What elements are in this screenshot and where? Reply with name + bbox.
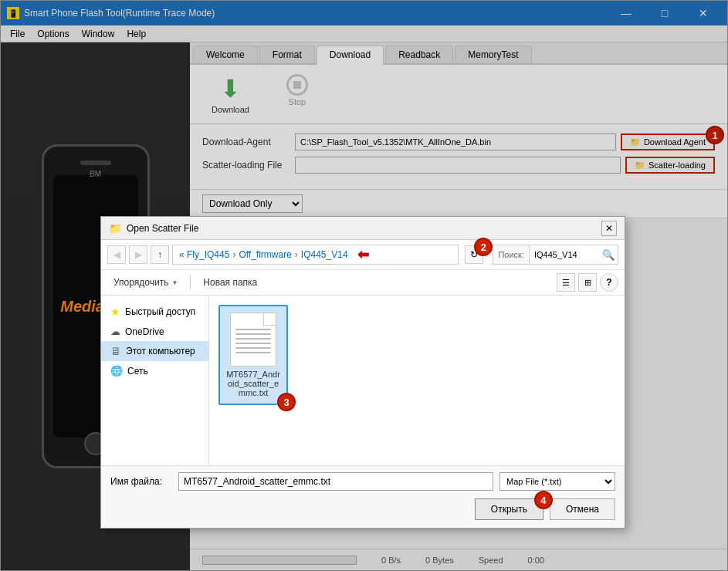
footer-buttons: Открыть 4 Отмена <box>110 495 615 522</box>
view-details-button[interactable]: ☰ <box>557 273 575 292</box>
filetype-select[interactable]: Map File (*.txt) <box>499 472 615 491</box>
search-box: Поиск: 🔍 <box>493 245 618 265</box>
quick-access-label: Быстрый доступ <box>125 306 195 317</box>
dialog-sidebar: ★ Быстрый доступ ☁ OneDrive 🖥 Этот компь… <box>101 296 209 465</box>
dialog-title-icon: 📁 <box>109 222 122 235</box>
open-button[interactable]: Открыть <box>475 498 543 520</box>
file-line-2 <box>235 333 271 335</box>
breadcrumb-fly[interactable]: « Fly_IQ445 <box>179 249 229 260</box>
file-line-6 <box>235 352 271 353</box>
file-line-5 <box>235 347 271 349</box>
dialog-title-text: Open Scatter File <box>127 223 597 234</box>
search-label: Поиск: <box>493 245 530 264</box>
file-item-wrapper: MT6577_Android_scatter_emmc.txt 3 <box>218 305 288 405</box>
nav-forward-button[interactable]: ▶ <box>129 245 147 264</box>
cancel-button[interactable]: Отмена <box>550 498 615 520</box>
breadcrumb-arrow: ⬅ <box>357 246 369 263</box>
sidebar-item-quick-access[interactable]: ★ Быстрый доступ <box>101 302 208 322</box>
breadcrumb-off-firmware[interactable]: Off_firmware <box>239 249 291 260</box>
badge-2: 2 <box>474 238 493 256</box>
sidebar-item-this-computer[interactable]: 🖥 Этот компьютер <box>101 341 208 361</box>
dialog-body: ★ Быстрый доступ ☁ OneDrive 🖥 Этот компь… <box>101 296 625 465</box>
cloud-icon: ☁ <box>110 326 120 337</box>
filename-input[interactable] <box>178 472 493 491</box>
dialog-footer: Имя файла: Map File (*.txt) Открыть 4 От… <box>101 465 625 528</box>
nav-up-button[interactable]: ↑ <box>151 245 169 264</box>
filename-label: Имя файла: <box>110 476 172 487</box>
list-item[interactable]: MT6577_Android_scatter_emmc.txt <box>218 305 288 405</box>
toolbar-separator <box>190 275 191 289</box>
onedrive-label: OneDrive <box>125 326 164 337</box>
file-icon-corner <box>263 313 276 326</box>
file-line-3 <box>235 338 271 340</box>
footer-filename-row: Имя файла: Map File (*.txt) <box>110 472 615 491</box>
search-input[interactable] <box>530 245 599 264</box>
help-button[interactable]: ? <box>600 273 618 292</box>
organize-chevron-icon: ▼ <box>171 279 178 286</box>
star-icon: ★ <box>110 306 120 318</box>
dialog-files: MT6577_Android_scatter_emmc.txt 3 <box>209 296 625 465</box>
organize-label: Упорядочить <box>113 277 168 288</box>
dialog-nav: ◀ ▶ ↑ « Fly_IQ445 › Off_firmware › IQ445… <box>101 240 625 270</box>
view-large-button[interactable]: ⊞ <box>578 273 597 292</box>
search-icon-button[interactable]: 🔍 <box>599 245 618 264</box>
network-label: Сеть <box>127 366 148 377</box>
nav-back-button[interactable]: ◀ <box>107 245 126 264</box>
open-scatter-dialog: 📁 Open Scatter File ✕ ◀ ▶ ↑ « Fly_IQ445 … <box>100 216 625 529</box>
badge-3: 3 <box>277 393 296 411</box>
dialog-close-button[interactable]: ✕ <box>601 221 617 236</box>
file-line-4 <box>235 343 271 344</box>
file-line-1 <box>235 329 271 330</box>
dialog-overlay: 📁 Open Scatter File ✕ ◀ ▶ ↑ « Fly_IQ445 … <box>0 0 728 571</box>
new-folder-button[interactable]: Новая папка <box>197 275 263 290</box>
computer-icon: 🖥 <box>110 345 121 357</box>
dialog-toolbar: Упорядочить ▼ Новая папка ☰ ⊞ ? <box>101 270 625 296</box>
organize-button[interactable]: Упорядочить ▼ <box>107 275 184 290</box>
file-name: MT6577_Android_scatter_emmc.txt <box>226 370 280 397</box>
breadcrumb-iq445[interactable]: IQ445_V14 <box>301 249 348 260</box>
badge-4: 4 <box>534 491 553 509</box>
file-icon-lines <box>235 329 271 353</box>
breadcrumb-sep-2: › <box>295 249 298 260</box>
dialog-titlebar: 📁 Open Scatter File ✕ <box>101 217 625 240</box>
sidebar-item-onedrive[interactable]: ☁ OneDrive <box>101 322 208 341</box>
sidebar-item-network[interactable]: 🌐 Сеть <box>101 361 208 380</box>
breadcrumb-bar: « Fly_IQ445 › Off_firmware › IQ445_V14 ⬅ <box>172 245 459 265</box>
this-computer-label: Этот компьютер <box>126 346 195 356</box>
breadcrumb-sep-1: › <box>232 249 235 260</box>
file-icon <box>230 313 276 367</box>
view-buttons: ☰ ⊞ ? <box>557 273 618 292</box>
network-icon: 🌐 <box>110 365 123 377</box>
